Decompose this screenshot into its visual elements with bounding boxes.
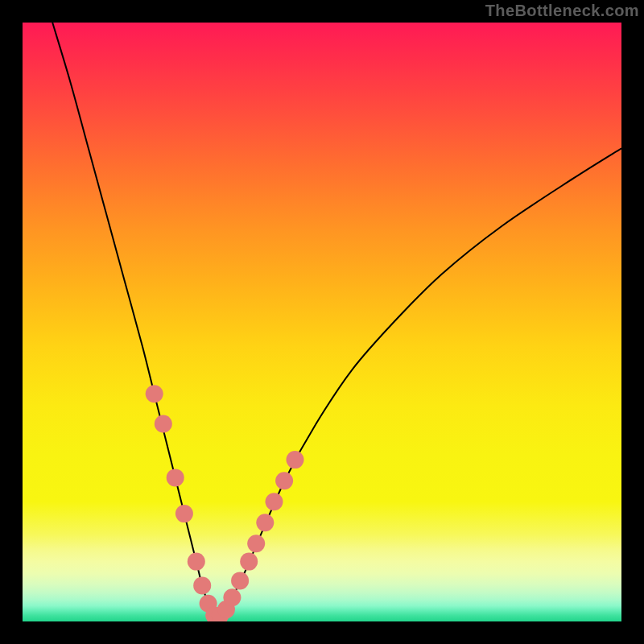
highlight-dot [266,493,283,510]
highlight-dot [247,535,265,552]
plot-frame [23,23,621,621]
highlight-dot [167,469,184,486]
chart-root: TheBottleneck.com [0,0,644,644]
highlight-dot [175,505,193,522]
highlight-dot [256,514,274,531]
highlight-dot [240,553,258,571]
highlight-dot [188,553,205,571]
bottleneck-curve-plot [23,23,621,621]
highlight-dot [146,385,163,402]
watermark-text: TheBottleneck.com [485,2,639,20]
highlight-dot [287,451,304,469]
highlight-dot [275,472,293,489]
bottleneck-curve [52,23,621,617]
highlight-dots-group [146,385,304,621]
highlight-dot [155,415,172,433]
highlight-dot [193,576,211,594]
highlight-dot [223,588,241,606]
highlight-dot [231,572,249,589]
